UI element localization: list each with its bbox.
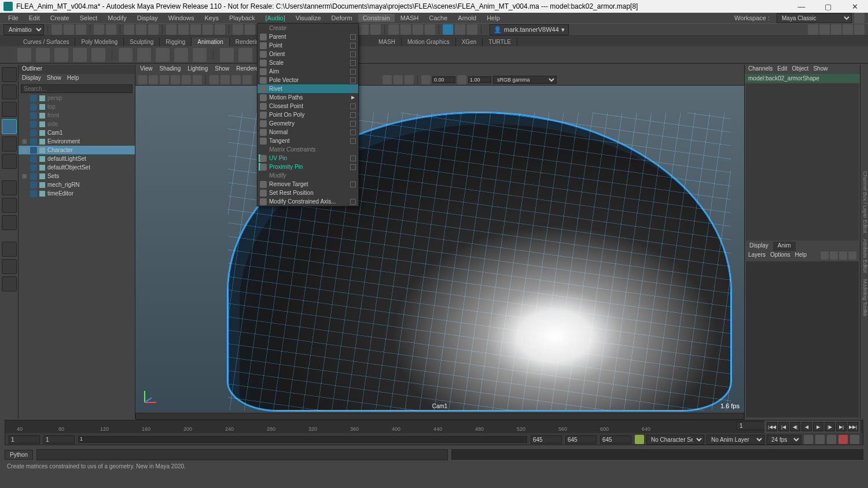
ch-menu-object[interactable]: Object [792,65,809,73]
new-scene-icon[interactable] [52,24,62,35]
toggle-xray-icon[interactable] [831,24,841,35]
layer-list[interactable] [746,261,859,418]
lasso-icon[interactable] [136,24,146,35]
vp-icon[interactable] [138,75,147,84]
toggle-ao-icon[interactable] [854,24,865,35]
menu-visualize[interactable]: Visualize [291,14,326,22]
shelf-tab-sculpt[interactable]: Sculpting [124,38,160,46]
sym-y-icon[interactable] [245,24,255,35]
step-fwd-key-icon[interactable]: ▶| [836,422,847,431]
tab-display[interactable]: Display [745,242,773,251]
outliner-item-sets[interactable]: ⊞Sets [19,172,135,180]
outliner-tree[interactable]: persptopfrontsideCam1⊞Environment⊞Charac… [19,94,135,419]
menu-edit[interactable]: Edit [24,14,45,22]
shelf-tab-poly[interactable]: Poly Modeling [75,38,124,46]
minimize-button[interactable]: — [788,0,815,13]
shelf-icon[interactable] [137,48,151,62]
animlayer-select[interactable]: No Anim Layer [707,435,764,445]
outliner-item-cam1[interactable]: Cam1 [19,128,135,137]
step-back-key-icon[interactable]: |◀ [778,422,789,431]
menu-playback[interactable]: Playback [225,14,260,22]
vp-menu-lighting[interactable]: Lighting [187,65,208,73]
vp-menu-show[interactable]: Show [215,65,229,73]
shelf-icon[interactable] [119,48,133,62]
outliner-item-mech_rigrn[interactable]: mech_rigRN [19,180,135,189]
vp-icon[interactable] [382,75,392,84]
menu-item-uv-pin[interactable]: UV Pin [258,154,358,162]
outliner-item-persp[interactable]: persp [19,94,135,102]
open-scene-icon[interactable] [64,24,74,35]
character-select[interactable]: No Character Set [646,435,704,445]
menu-item-point[interactable]: Point [258,41,358,50]
channel-list[interactable] [746,84,859,241]
prefs-icon[interactable] [815,435,825,444]
vp-icon[interactable] [242,75,252,84]
cache-icon[interactable] [838,435,848,444]
outliner-search[interactable] [21,84,133,93]
autokey-icon[interactable] [635,435,644,444]
shelf-tab-motiongfx[interactable]: Motion Graphics [402,38,456,46]
range-start-outer[interactable] [9,435,40,444]
menu-file[interactable]: File [3,14,23,22]
menu-cache[interactable]: Cache [425,14,453,22]
menu-deform[interactable]: Deform [327,14,357,22]
sym-x-icon[interactable] [233,24,243,35]
range-end-a[interactable] [531,435,562,444]
current-frame[interactable]: 1 [737,422,766,430]
loop-icon[interactable] [804,435,813,444]
exposure-field[interactable] [432,76,455,83]
menu-item-pole-vector[interactable]: Pole Vector [258,76,358,84]
panel-layout-icon[interactable] [388,24,399,35]
vp-icon[interactable] [393,75,403,84]
command-log[interactable] [451,449,863,460]
rotate-tool[interactable] [2,136,17,151]
undo-icon[interactable] [94,24,104,35]
soft-select[interactable] [2,198,17,213]
play-back-icon[interactable]: ◀ [801,422,812,431]
vp-icon[interactable] [160,75,169,84]
menu-modify[interactable]: Modify [103,14,131,22]
menu-windows[interactable]: Windows [164,14,199,22]
menu-item-tangent[interactable]: Tangent [258,136,358,145]
layer-menu-help[interactable]: Help [795,252,807,260]
maximize-button[interactable]: ▢ [815,0,841,13]
go-start-icon[interactable]: |◀◀ [767,422,777,431]
render-settings-icon[interactable] [370,24,381,35]
vp-icon[interactable] [209,75,219,84]
tab-anim[interactable]: Anim [773,242,796,251]
vp-icon[interactable] [149,75,158,84]
menu-audio[interactable]: [Audio] [261,14,290,22]
step-back-icon[interactable]: ◀| [790,422,800,431]
shelf-icon[interactable] [36,48,50,62]
close-button[interactable]: ✕ [841,0,868,13]
shelf-icon[interactable] [54,48,68,62]
select-mode-icon[interactable] [124,24,134,35]
outliner-item-character[interactable]: ⊞Character [19,146,135,154]
gamma-icon[interactable] [457,75,466,84]
layer-menu-options[interactable]: Options [770,252,790,260]
menu-select[interactable]: Select [75,14,102,22]
script-lang[interactable]: Python [5,450,33,460]
outliner-item-front[interactable]: front [19,111,135,120]
menu-item-scale[interactable]: Scale [258,58,358,67]
redo-icon[interactable] [106,24,116,35]
range-start-inner[interactable] [43,435,75,444]
gamma-field[interactable] [468,76,491,83]
command-input[interactable] [36,449,448,460]
range-slider[interactable]: 1 [78,436,527,443]
shelf-tab-mash[interactable]: MASH [373,38,402,46]
vp-icon[interactable] [193,75,202,84]
outliner-item-timeeditor[interactable]: timeEditor [19,189,135,198]
outliner-item-defaultobjectset[interactable]: defaultObjectSet [19,163,135,172]
snap-grid-icon[interactable] [166,24,176,35]
layer-icon[interactable] [821,252,829,260]
workspace-select[interactable]: Maya Classic [777,13,852,23]
outliner-item-side[interactable]: side [19,120,135,128]
vp-icon[interactable] [220,75,230,84]
toggle-1-icon[interactable] [400,24,411,35]
shelf-tab-animation[interactable]: Animation [192,38,229,46]
exposure-icon[interactable] [421,75,431,84]
audio-icon[interactable] [827,435,836,444]
toggle-modeling-icon[interactable] [808,24,818,35]
menu-mash[interactable]: MASH [396,14,424,22]
